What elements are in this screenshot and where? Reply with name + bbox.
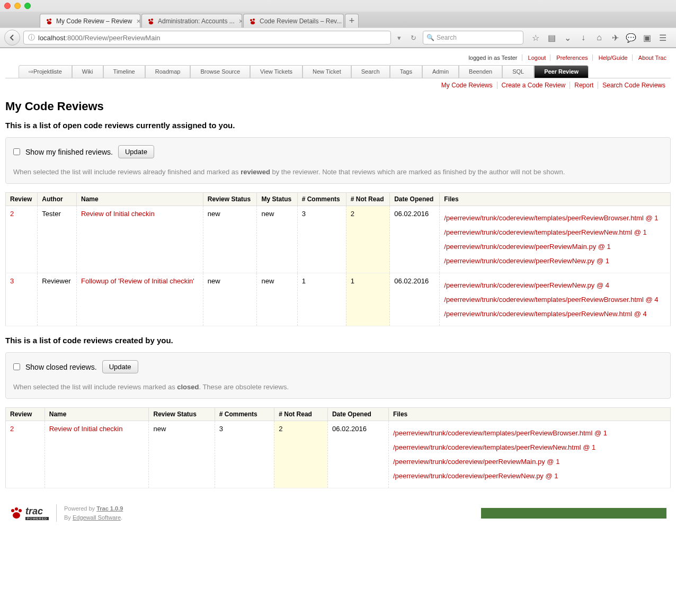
mainnav-item-browse-source[interactable]: Browse Source (190, 65, 250, 78)
browser-tab-0[interactable]: My Code Review – Review× (40, 14, 140, 28)
mainnav-item--projektliste[interactable]: ⇨Projektliste (19, 65, 72, 78)
edgewall-link[interactable]: Edgewall Software (73, 514, 121, 521)
created-heading: This is a list of code reviews created b… (5, 336, 671, 345)
browser-address-bar: ⓘ localhost:8000/Review/peerReviewMain ▾… (0, 28, 676, 48)
cell-review-status: new (203, 206, 257, 273)
review-link[interactable]: 2 (10, 210, 14, 218)
help-guide-link[interactable]: Help/Guide (599, 55, 628, 61)
file-link[interactable]: /peerreview/trunk/codereview/templates/p… (444, 214, 666, 222)
mainnav-item-sql[interactable]: SQL (502, 65, 534, 78)
browser-tab-2[interactable]: Code Review Details – Rev...× (243, 14, 344, 28)
col-name[interactable]: Name (76, 193, 203, 206)
show-finished-checkbox[interactable] (13, 148, 20, 155)
ctxtnav-search-code-reviews[interactable]: Search Code Reviews (598, 82, 670, 89)
send-icon[interactable]: ✈ (610, 33, 620, 42)
search-placeholder: Search (437, 34, 457, 41)
col-review-status[interactable]: Review Status (203, 193, 257, 206)
about-trac-link[interactable]: About Trac (638, 55, 666, 61)
col-review[interactable]: Review (6, 408, 45, 421)
col-my-status[interactable]: My Status (257, 193, 297, 206)
ctxtnav-create-a-code-review[interactable]: Create a Code Review (497, 82, 571, 89)
ctxtnav-my-code-reviews[interactable]: My Code Reviews (437, 82, 497, 89)
browser-search-input[interactable]: 🔍 Search (423, 31, 523, 44)
home-icon[interactable]: ⌂ (594, 33, 604, 42)
col-date-opened[interactable]: Date Opened (327, 408, 388, 421)
svg-point-10 (15, 507, 18, 511)
browser-tab-bar: My Code Review – Review×Administration: … (0, 12, 676, 28)
col-date-opened[interactable]: Date Opened (390, 193, 440, 206)
mainnav-item-roadmap[interactable]: Roadmap (145, 65, 191, 78)
screenshot-icon[interactable]: ▣ (642, 33, 652, 42)
preferences-link[interactable]: Preferences (556, 55, 588, 61)
col-files[interactable]: Files (388, 408, 670, 421)
star-icon[interactable]: ☆ (531, 33, 540, 42)
col--comments[interactable]: # Comments (297, 193, 346, 206)
show-closed-checkbox[interactable] (13, 363, 20, 370)
cell-comments: 3 (215, 421, 274, 488)
cell-review-status: new (149, 421, 215, 488)
clipboard-icon[interactable]: ▤ (547, 33, 556, 42)
col-review[interactable]: Review (6, 193, 38, 206)
new-tab-button[interactable]: + (345, 14, 359, 28)
tab-close-icon[interactable]: × (136, 17, 140, 25)
file-link[interactable]: /peerreview/trunk/codereview/peerReviewM… (393, 458, 666, 466)
review-name-link[interactable]: Followup of 'Review of Initial checkin' (81, 277, 194, 285)
review-name-link[interactable]: Review of Initial checkin (49, 425, 123, 433)
svg-point-7 (253, 19, 255, 21)
col--not-read[interactable]: # Not Read (274, 408, 328, 421)
trac-logo[interactable]: trac POWERED (10, 506, 49, 520)
mainnav-item-beenden[interactable]: Beenden (459, 65, 502, 78)
mainnav-item-timeline[interactable]: Timeline (103, 65, 145, 78)
download-icon[interactable]: ↓ (579, 33, 588, 42)
file-link[interactable]: /peerreview/trunk/codereview/templates/p… (444, 228, 666, 236)
review-link[interactable]: 2 (10, 425, 14, 433)
reload-button[interactable]: ↻ (407, 34, 420, 42)
review-link[interactable]: 3 (10, 277, 14, 285)
col-author[interactable]: Author (38, 193, 77, 206)
file-link[interactable]: /peerreview/trunk/codereview/peerReviewN… (393, 472, 666, 480)
mainnav-item-search[interactable]: Search (351, 65, 390, 78)
window-zoom-icon[interactable] (24, 3, 31, 9)
mainnav-item-wiki[interactable]: Wiki (72, 65, 103, 78)
file-link[interactable]: /peerreview/trunk/codereview/templates/p… (393, 429, 666, 437)
col-files[interactable]: Files (440, 193, 671, 206)
browser-tab-1[interactable]: Administration: Accounts ...× (141, 14, 242, 28)
file-link[interactable]: /peerreview/trunk/codereview/templates/p… (444, 310, 666, 318)
tab-favicon-icon (46, 17, 53, 25)
table-row: 3ReviewerFollowup of 'Review of Initial … (6, 273, 671, 326)
nav-back-button[interactable] (4, 30, 20, 46)
file-link[interactable]: /peerreview/trunk/codereview/templates/p… (393, 443, 666, 451)
mainnav-item-peer-review[interactable]: Peer Review (534, 65, 589, 78)
chat-icon[interactable]: 💬 (626, 33, 636, 42)
cell-my-status: new (257, 273, 297, 326)
url-dropdown[interactable]: ▾ (394, 34, 404, 42)
window-close-icon[interactable] (4, 3, 11, 9)
mainnav-item-view-tickets[interactable]: View Tickets (250, 65, 303, 78)
mainnav-item-admin[interactable]: Admin (422, 65, 459, 78)
pocket-icon[interactable]: ⌄ (563, 33, 572, 42)
trac-version-link[interactable]: Trac 1.0.9 (96, 505, 123, 512)
mainnav-item-tags[interactable]: Tags (390, 65, 422, 78)
logout-link[interactable]: Logout (528, 55, 546, 61)
col--not-read[interactable]: # Not Read (346, 193, 389, 206)
browser-chrome: My Code Review – Review×Administration: … (0, 0, 676, 48)
col-review-status[interactable]: Review Status (149, 408, 215, 421)
ctxtnav-report[interactable]: Report (570, 82, 598, 89)
mainnav-item-new-ticket[interactable]: New Ticket (303, 65, 351, 78)
col--comments[interactable]: # Comments (215, 408, 274, 421)
url-input[interactable]: ⓘ localhost:8000/Review/peerReviewMain (23, 31, 391, 44)
tab-close-icon[interactable]: × (239, 17, 242, 25)
file-link[interactable]: /peerreview/trunk/codereview/peerReviewM… (444, 243, 666, 251)
update-assigned-button[interactable]: Update (118, 145, 154, 158)
main-nav: ⇨ProjektlisteWikiTimelineRoadmapBrowse S… (5, 65, 671, 78)
file-link[interactable]: /peerreview/trunk/codereview/peerReviewN… (444, 281, 666, 289)
cell-files: /peerreview/trunk/codereview/templates/p… (388, 421, 670, 488)
file-link[interactable]: /peerreview/trunk/codereview/peerReviewN… (444, 257, 666, 265)
cell-name: Review of Initial checkin (45, 421, 149, 488)
col-name[interactable]: Name (45, 408, 149, 421)
review-name-link[interactable]: Review of Initial checkin (81, 210, 155, 218)
window-minimize-icon[interactable] (14, 3, 21, 9)
menu-icon[interactable]: ☰ (658, 33, 668, 42)
update-created-button[interactable]: Update (102, 360, 138, 373)
file-link[interactable]: /peerreview/trunk/codereview/templates/p… (444, 296, 666, 303)
